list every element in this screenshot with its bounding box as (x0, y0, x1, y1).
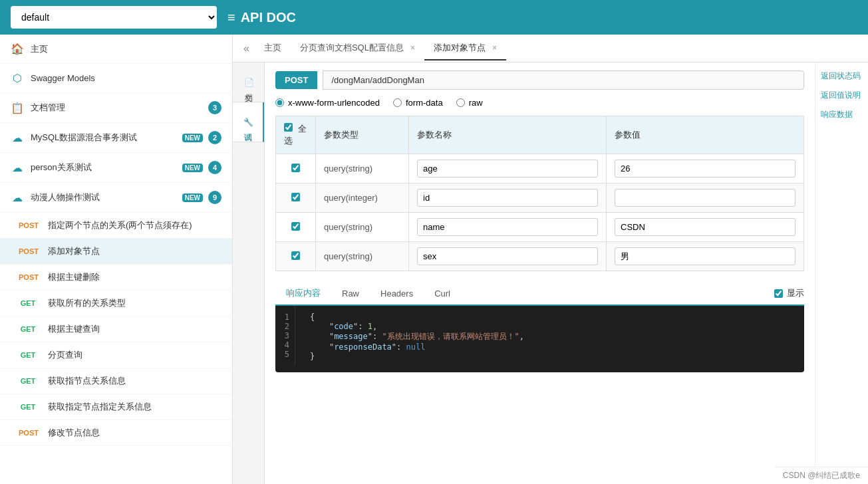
route-method-7: GET (16, 402, 40, 412)
row1-value-cell (607, 183, 804, 213)
response-section: 响应内容 Raw Headers Curl 显示 1 2 3 (275, 282, 804, 372)
person-count-badge: 4 (208, 161, 221, 174)
request-type-group: x-www-form-urlencoded form-data raw (275, 98, 804, 108)
route-method-3: GET (16, 298, 40, 308)
right-content: « 主页 分页查询文档SQL配置信息 × 添加对象节点 × 📄 文档 (233, 35, 868, 484)
show-checkbox-container: 显示 (774, 287, 804, 299)
table-row: query(integer) (276, 183, 804, 213)
route-method-2: POST (16, 272, 40, 283)
route-item-1[interactable]: POST 添加对象节点 (0, 239, 232, 265)
mysql-icon: ☁ (11, 132, 24, 144)
resp-tab-curl[interactable]: Curl (424, 283, 461, 305)
radio-form-data-input[interactable] (393, 98, 402, 107)
resp-tab-raw[interactable]: Raw (331, 283, 370, 305)
row3-checkbox-cell (276, 242, 316, 271)
person-badges: NEW 4 (182, 161, 221, 174)
show-checkbox[interactable] (774, 289, 783, 298)
col-select-all: 全选 (276, 116, 316, 154)
anime-icon: ☁ (11, 191, 24, 204)
row1-name-input[interactable] (417, 189, 598, 207)
sidebar-item-doc-manage[interactable]: 📋 文档管理 3 (0, 93, 232, 123)
row2-checkbox[interactable] (291, 222, 300, 231)
row2-value-cell (607, 213, 804, 242)
route-desc-7: 获取指定节点指定关系信息 (48, 401, 152, 413)
person-icon: ☁ (11, 162, 24, 174)
row2-value-input[interactable] (615, 218, 796, 236)
tab-pagination-close[interactable]: × (410, 43, 415, 53)
row3-name-input[interactable] (417, 247, 598, 265)
radio-form-data[interactable]: form-data (393, 98, 443, 108)
sidebar-item-mysql[interactable]: ☁ MySQL数据源混合事务测试 NEW 2 (0, 123, 232, 153)
tab-pagination[interactable]: 分页查询文档SQL配置信息 × (291, 37, 424, 60)
debug-tab-icon: 🔧 (243, 117, 253, 127)
tab-home[interactable]: 主页 (255, 37, 291, 60)
info-return-desc[interactable]: 返回值说明 (821, 87, 863, 104)
route-item-5[interactable]: GET 分页查询 (0, 342, 232, 368)
row1-value-input[interactable] (615, 189, 796, 207)
row0-name-cell (409, 154, 607, 183)
select-all-checkbox[interactable] (284, 123, 293, 132)
info-return-status[interactable]: 返回状态码 (821, 68, 863, 84)
sidebar-label-mysql: MySQL数据源混合事务测试 (31, 132, 176, 144)
route-method-0: POST (16, 220, 40, 231)
tab-add-node[interactable]: 添加对象节点 × (424, 37, 506, 60)
resp-tab-headers[interactable]: Headers (370, 283, 424, 305)
namespace-select[interactable]: default (11, 6, 217, 29)
footer-text: CSDN @纠结已成歌e (783, 471, 860, 480)
route-item-8[interactable]: POST 修改节点信息 (0, 420, 232, 446)
doc-manage-icon: 📋 (11, 102, 24, 114)
route-item-7[interactable]: GET 获取指定节点指定关系信息 (0, 394, 232, 420)
route-item-0[interactable]: POST 指定两个节点的关系(两个节点须存在) (0, 213, 232, 239)
sidebar-item-home[interactable]: 🏠 主页 (0, 35, 232, 64)
sub-tabs: 📄 文档 🔧 调试 (233, 62, 265, 484)
resp-tab-content[interactable]: 响应内容 (275, 282, 331, 306)
route-item-6[interactable]: GET 获取指节点关系信息 (0, 368, 232, 394)
code-line-3: "message": "系统出现错误，请联系网站管理员！", (310, 331, 796, 342)
sidebar-item-anime[interactable]: ☁ 动漫人物操作测试 NEW 9 (0, 183, 232, 213)
col-param-name: 参数名称 (409, 116, 607, 154)
row3-name-cell (409, 242, 607, 271)
info-response-data[interactable]: 响应数据 (821, 106, 863, 123)
sidebar-item-person[interactable]: ☁ person关系测试 NEW 4 (0, 153, 232, 183)
sidebar-item-swagger[interactable]: ⬡ Swagger Models (0, 64, 232, 93)
route-item-4[interactable]: GET 根据主键查询 (0, 316, 232, 342)
sub-tab-doc[interactable]: 📄 文档 (233, 62, 264, 102)
row3-value-input[interactable] (615, 247, 796, 265)
anime-new-badge: NEW (182, 193, 203, 202)
row2-type: query(string) (316, 213, 409, 242)
radio-raw[interactable]: raw (456, 98, 483, 108)
route-item-2[interactable]: POST 根据主键删除 (0, 265, 232, 291)
show-label: 显示 (787, 287, 804, 299)
response-tabs: 响应内容 Raw Headers Curl 显示 (275, 282, 804, 306)
row1-type: query(integer) (316, 183, 409, 213)
route-desc-2: 根据主键删除 (48, 271, 100, 283)
row3-checkbox[interactable] (291, 251, 300, 260)
radio-raw-input[interactable] (456, 98, 465, 107)
radio-x-www[interactable]: x-www-form-urlencoded (275, 98, 380, 108)
route-desc-3: 获取所有的关系类型 (48, 297, 126, 309)
home-icon: 🏠 (11, 43, 24, 55)
sub-tab-debug[interactable]: 🔧 调试 (233, 102, 264, 142)
anime-badges: NEW 9 (182, 191, 221, 204)
right-info-panel: 返回状态码 返回值说明 响应数据 (815, 62, 868, 484)
code-line-4: "responseData": null (310, 342, 796, 352)
row1-checkbox[interactable] (291, 193, 300, 201)
route-method-6: GET (16, 376, 40, 386)
row0-checkbox[interactable] (291, 164, 300, 172)
route-desc-6: 获取指节点关系信息 (48, 375, 126, 387)
route-desc-4: 根据主键查询 (48, 323, 100, 335)
row2-checkbox-cell (276, 213, 316, 242)
route-method-4: GET (16, 324, 40, 334)
row0-name-input[interactable] (417, 160, 598, 178)
table-row: query(string) (276, 242, 804, 271)
row2-name-input[interactable] (417, 218, 598, 236)
sidebar-label-anime: 动漫人物操作测试 (31, 191, 176, 203)
row0-value-input[interactable] (615, 160, 796, 178)
mysql-count-badge: 2 (208, 131, 221, 144)
content-area: POST /dongMan/addDongMan x-www-form-urle… (265, 62, 815, 484)
route-item-3[interactable]: GET 获取所有的关系类型 (0, 291, 232, 316)
radio-x-www-label: x-www-form-urlencoded (288, 98, 380, 108)
radio-x-www-input[interactable] (275, 98, 284, 107)
tab-add-node-close[interactable]: × (492, 43, 497, 53)
collapse-button[interactable]: « (238, 40, 255, 57)
